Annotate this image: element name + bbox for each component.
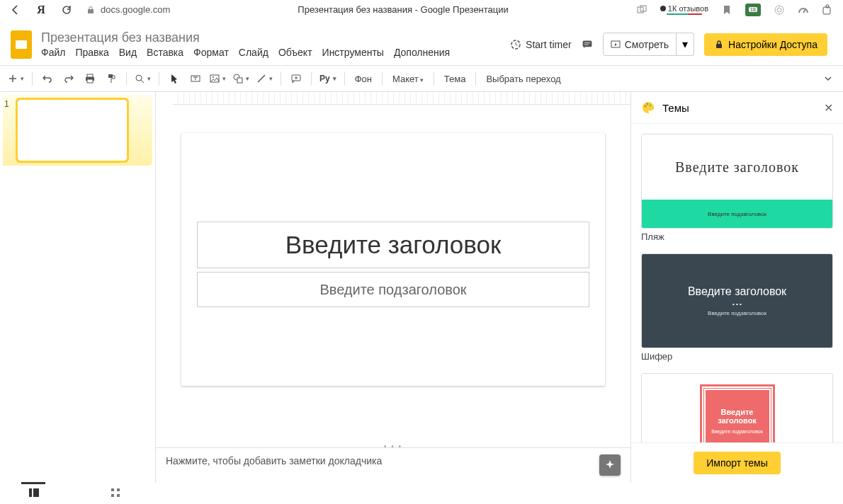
toolbar: Ру Фон Макет Тема Выбрать переход xyxy=(0,65,843,92)
svg-rect-42 xyxy=(111,494,114,497)
grid-view-icon[interactable] xyxy=(111,488,122,499)
zoom-button[interactable] xyxy=(132,69,153,88)
themes-list[interactable]: Введите заголовок Введите подзаголовок П… xyxy=(631,124,843,442)
print-button[interactable] xyxy=(81,69,99,88)
image-tool[interactable] xyxy=(208,69,228,88)
view-indicator xyxy=(21,482,45,484)
svg-line-23 xyxy=(141,80,144,83)
slide-thumb-1[interactable]: 1 xyxy=(4,99,149,161)
doc-title[interactable]: Презентация без названия xyxy=(41,30,450,45)
menu-tools[interactable]: Инструменты xyxy=(322,47,384,58)
extension-counter-icon[interactable] xyxy=(745,4,761,16)
menu-format[interactable]: Формат xyxy=(193,47,229,58)
theme-button[interactable]: Тема xyxy=(440,74,470,84)
slide-subtitle-placeholder[interactable]: Введите подзаголовок xyxy=(197,272,589,307)
comment-add-button[interactable] xyxy=(287,69,305,88)
themes-panel: Темы ✕ Введите заголовок Введите подзаго… xyxy=(630,92,843,483)
svg-point-22 xyxy=(136,75,142,81)
thumb-number: 1 xyxy=(4,99,13,161)
theme-preview-subtitle: Введите подзаголовок xyxy=(642,200,832,228)
bookmark-icon[interactable] xyxy=(721,4,732,16)
svg-rect-43 xyxy=(117,494,120,497)
filmstrip-view-icon[interactable] xyxy=(28,488,40,499)
theme-preview-title: Введите заголовок xyxy=(688,285,786,298)
palette-icon xyxy=(641,101,655,115)
import-theme-button[interactable]: Импорт темы xyxy=(694,452,781,474)
slide-stage[interactable]: Введите заголовок Введите подзаголовок xyxy=(156,105,630,447)
select-tool[interactable] xyxy=(165,69,183,88)
svg-rect-39 xyxy=(33,488,39,497)
svg-rect-20 xyxy=(87,79,93,83)
canvas-area: Введите заголовок Введите подзаголовок •… xyxy=(156,92,630,483)
textbox-tool[interactable] xyxy=(186,69,205,88)
extensions-icon[interactable] xyxy=(822,4,833,16)
present-dropdown[interactable]: ▾ xyxy=(677,33,694,56)
transition-button[interactable]: Выбрать переход xyxy=(482,74,565,84)
slide-title-placeholder[interactable]: Введите заголовок xyxy=(197,222,589,268)
back-icon[interactable] xyxy=(10,4,21,16)
layout-button[interactable]: Макет xyxy=(388,74,428,84)
explore-button[interactable] xyxy=(599,454,621,476)
notes-placeholder: Нажмите, чтобы добавить заметки докладчи… xyxy=(166,455,382,466)
shape-tool[interactable] xyxy=(231,69,251,88)
line-tool[interactable] xyxy=(254,69,275,88)
comment-icon[interactable] xyxy=(582,39,593,50)
svg-rect-40 xyxy=(111,488,114,491)
svg-rect-30 xyxy=(237,78,242,83)
spiral-icon[interactable] xyxy=(774,4,785,16)
start-timer-button[interactable]: Start timer xyxy=(510,39,572,50)
redo-button[interactable] xyxy=(60,69,78,88)
browser-bar: Я docs.google.com Презентация без назван… xyxy=(0,0,843,20)
theme-card-slate[interactable]: Введите заголовок • • • Введите подзагол… xyxy=(641,253,833,348)
menu-file[interactable]: Файл xyxy=(41,47,65,58)
theme-card-coral[interactable]: Введите заголовок Введите подзаголовок xyxy=(641,373,833,442)
svg-rect-41 xyxy=(117,488,120,491)
filmstrip: 1 xyxy=(0,92,156,483)
theme-card-beach[interactable]: Введите заголовок Введите подзаголовок xyxy=(641,134,833,229)
main-area: 1 Введите заголовок Введите подзаголовок… xyxy=(0,92,843,483)
gauge-icon[interactable] xyxy=(798,4,809,16)
close-panel-icon[interactable]: ✕ xyxy=(824,101,833,115)
view-bar xyxy=(0,483,843,504)
menu-slide[interactable]: Слайд xyxy=(239,47,268,58)
yandex-icon[interactable]: Я xyxy=(35,4,47,16)
menu-insert[interactable]: Вставка xyxy=(147,47,183,58)
collapse-toolbar-icon[interactable] xyxy=(819,69,837,88)
undo-button[interactable] xyxy=(38,69,57,88)
present-button[interactable]: Смотреть ▾ xyxy=(603,33,694,56)
theme-preview-subtitle: Введите подзаголовок xyxy=(711,429,763,434)
ruler-horizontal xyxy=(173,92,630,105)
url-bar[interactable]: docs.google.com xyxy=(85,4,170,16)
svg-rect-21 xyxy=(108,74,113,78)
slide-canvas[interactable]: Введите заголовок Введите подзаголовок xyxy=(181,133,605,386)
share-button[interactable]: Настройки Доступа xyxy=(704,33,827,56)
reload-icon[interactable] xyxy=(61,4,72,16)
thumb-preview[interactable] xyxy=(17,99,128,161)
svg-rect-38 xyxy=(29,488,32,497)
menu-addons[interactable]: Дополнения xyxy=(394,47,450,58)
svg-point-37 xyxy=(650,105,651,106)
new-slide-button[interactable] xyxy=(6,69,26,88)
themes-footer: Импорт темы xyxy=(631,442,843,483)
svg-rect-11 xyxy=(582,40,592,47)
menu-object[interactable]: Объект xyxy=(278,47,312,58)
input-tool[interactable]: Ру xyxy=(317,69,339,88)
tab-title: Презентация без названия - Google Презен… xyxy=(183,4,623,15)
paint-format-button[interactable] xyxy=(102,69,120,88)
themes-title: Темы xyxy=(662,102,689,114)
svg-point-35 xyxy=(645,105,646,107)
svg-rect-0 xyxy=(88,9,94,13)
resize-handle-icon[interactable]: • • • xyxy=(384,442,402,450)
svg-point-3 xyxy=(775,6,783,14)
popout-icon[interactable] xyxy=(636,4,647,16)
menu-bar: Файл Правка Вид Вставка Формат Слайд Объ… xyxy=(41,47,450,58)
background-button[interactable]: Фон xyxy=(351,74,376,84)
reviews-badge[interactable]: 1К отзывов xyxy=(660,4,708,15)
speaker-notes[interactable]: • • • Нажмите, чтобы добавить заметки до… xyxy=(156,447,630,483)
slides-logo-icon[interactable] xyxy=(7,30,35,59)
menu-view[interactable]: Вид xyxy=(119,47,137,58)
svg-rect-15 xyxy=(716,44,722,48)
menu-edit[interactable]: Правка xyxy=(75,47,108,58)
themes-header: Темы ✕ xyxy=(631,92,843,124)
theme-name-label: Шифер xyxy=(641,348,833,366)
